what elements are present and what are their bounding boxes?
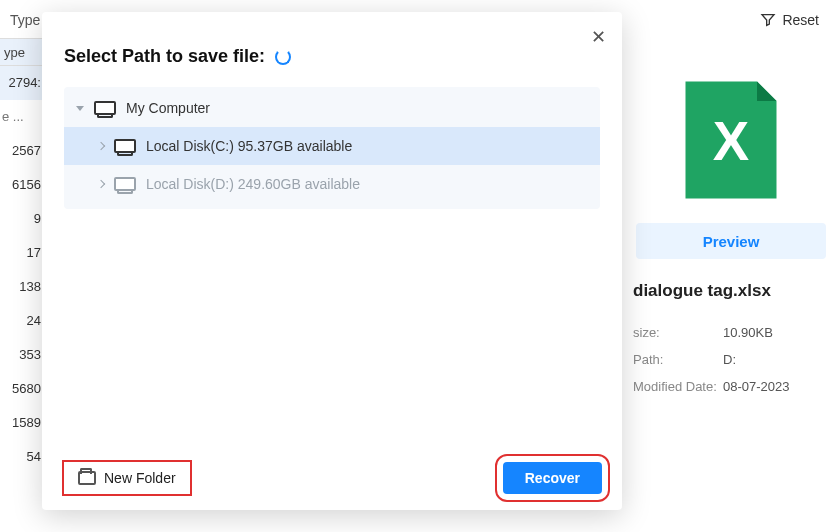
chevron-right-icon: [97, 142, 105, 150]
close-button[interactable]: ✕: [591, 26, 606, 48]
folder-tree: My Computer Local Disk(C:) 95.37GB avail…: [64, 87, 600, 209]
list-item[interactable]: 6156: [0, 168, 45, 202]
meta-size-label: size:: [633, 325, 723, 340]
preview-file-name: dialogue tag.xlsx: [631, 281, 831, 301]
tree-drive-c[interactable]: Local Disk(C:) 95.37GB available: [64, 127, 600, 165]
list-item[interactable]: 24: [0, 304, 45, 338]
list-item[interactable]: 353: [0, 338, 45, 372]
list-item[interactable]: 2567: [0, 134, 45, 168]
list-item[interactable]: 54: [0, 440, 45, 474]
meta-date-label: Modified Date:: [633, 379, 723, 394]
new-folder-button[interactable]: New Folder: [62, 460, 192, 496]
list-item[interactable]: e ...: [0, 100, 45, 134]
meta-path-value: D:: [723, 352, 736, 367]
list-item[interactable]: 9: [0, 202, 45, 236]
drive-icon: [114, 177, 136, 191]
caret-down-icon: [76, 106, 84, 111]
meta-path-label: Path:: [633, 352, 723, 367]
list-item[interactable]: 138: [0, 270, 45, 304]
list-item[interactable]: 2794:: [0, 66, 45, 100]
preview-panel: X Preview dialogue tag.xlsx size:10.90KB…: [631, 55, 831, 400]
tree-label: My Computer: [126, 100, 210, 116]
refresh-icon[interactable]: [275, 49, 291, 65]
drive-icon: [114, 139, 136, 153]
recover-button[interactable]: Recover: [503, 462, 602, 494]
tree-root[interactable]: My Computer: [64, 89, 600, 127]
list-header: ype: [0, 38, 45, 66]
computer-icon: [94, 101, 116, 115]
dialog-title: Select Path to save file:: [64, 46, 265, 67]
list-item[interactable]: 17: [0, 236, 45, 270]
file-list-fragment: ype 2794: e ... 2567 6156 9 17 138 24 35…: [0, 38, 45, 474]
tree-label: Local Disk(D:) 249.60GB available: [146, 176, 360, 192]
new-folder-icon: [78, 471, 96, 485]
chevron-right-icon: [97, 180, 105, 188]
reset-icon: [760, 12, 776, 28]
svg-text:X: X: [713, 111, 749, 172]
save-path-dialog: ✕ Select Path to save file: My Computer …: [42, 12, 622, 510]
preview-button[interactable]: Preview: [636, 223, 826, 259]
tree-drive-d[interactable]: Local Disk(D:) 249.60GB available: [64, 165, 600, 203]
excel-file-icon: X: [666, 75, 796, 205]
meta-date-value: 08-07-2023: [723, 379, 790, 394]
tree-label: Local Disk(C:) 95.37GB available: [146, 138, 352, 154]
meta-size-value: 10.90KB: [723, 325, 773, 340]
list-item[interactable]: 1589: [0, 406, 45, 440]
reset-button[interactable]: Reset: [760, 12, 819, 28]
list-item[interactable]: 5680: [0, 372, 45, 406]
